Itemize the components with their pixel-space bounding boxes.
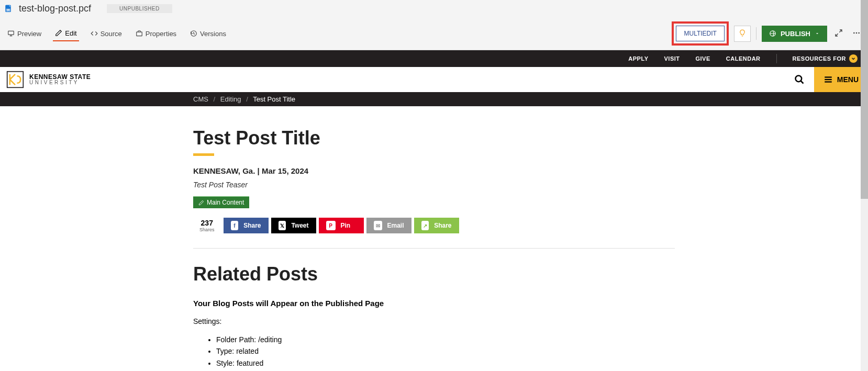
tab-edit-label: Edit xyxy=(65,29,76,37)
separator xyxy=(193,248,675,249)
nav-apply[interactable]: APPLY xyxy=(628,55,648,62)
share-fb-label: Share xyxy=(243,222,261,229)
svg-line-13 xyxy=(800,81,803,84)
settings-item: Style: featured xyxy=(216,357,675,369)
site-header: KENNESAW STATE UNIVERSITY MENU xyxy=(0,67,868,92)
post-teaser: Test Post Teaser xyxy=(193,181,675,189)
resources-for-label: RESOURCES FOR xyxy=(793,55,846,62)
svg-point-12 xyxy=(795,76,802,82)
post-date: Mar 15, 2024 xyxy=(262,166,308,175)
svg-text:PCF: PCF xyxy=(6,9,10,11)
brand[interactable]: KENNESAW STATE UNIVERSITY xyxy=(0,71,91,88)
tab-versions-label: Versions xyxy=(200,30,226,38)
publish-label: PUBLISH xyxy=(781,30,810,38)
meta-sep: | xyxy=(258,166,262,175)
search-button[interactable] xyxy=(785,67,814,92)
settings-item: Folder Path: /editing xyxy=(216,334,675,345)
edit-region-label: Main Content xyxy=(207,199,244,206)
monitor-icon xyxy=(7,30,15,37)
svg-point-10 xyxy=(858,32,860,33)
share-count: 237 Shares xyxy=(193,219,221,232)
file-name[interactable]: test-blog-post.pcf xyxy=(19,3,91,14)
x-icon: 𝕏 xyxy=(279,221,286,230)
brand-text: KENNESAW STATE UNIVERSITY xyxy=(29,74,91,85)
menu-label: MENU xyxy=(837,75,859,84)
share-tw-label: Tweet xyxy=(291,222,308,229)
edit-main-content-button[interactable]: Main Content xyxy=(193,196,249,208)
status-badge: UNPUBLISHED xyxy=(107,4,172,13)
hamburger-icon xyxy=(824,75,833,84)
search-icon xyxy=(794,74,805,85)
settings-item: Type: related xyxy=(216,345,675,357)
briefcase-icon xyxy=(136,30,143,37)
scrollbar-thumb[interactable] xyxy=(861,0,868,199)
expand-button[interactable] xyxy=(832,27,845,41)
publish-button[interactable]: PUBLISH xyxy=(762,26,827,42)
utility-nav: APPLY VISIT GIVE CALENDAR RESOURCES FOR xyxy=(0,50,868,67)
multiedit-button[interactable]: MULTIEDIT xyxy=(676,26,724,41)
title-underline xyxy=(193,153,214,156)
nav-resources-for[interactable]: RESOURCES FOR xyxy=(793,54,858,63)
crumb-sep: / xyxy=(246,95,248,103)
crumb-cms[interactable]: CMS xyxy=(193,95,208,103)
toolbar-right: MULTIEDIT PUBLISH xyxy=(672,21,863,46)
settings-item: Title: Related Posts xyxy=(216,369,675,371)
lightbulb-icon xyxy=(739,29,746,37)
pencil-icon xyxy=(198,200,204,206)
toolbar: Preview Edit Source Properties Versions … xyxy=(0,17,868,50)
post-meta: KENNESAW, Ga. | Mar 15, 2024 xyxy=(193,166,675,175)
share-twitter-button[interactable]: 𝕏 Tweet xyxy=(271,218,316,233)
post-location: KENNESAW, Ga. xyxy=(193,166,255,175)
pinterest-icon: P xyxy=(326,221,336,230)
tab-versions[interactable]: Versions xyxy=(188,27,228,41)
tab-edit[interactable]: Edit xyxy=(53,26,79,41)
settings-list: Folder Path: /editing Type: related Styl… xyxy=(193,334,675,371)
email-icon: ✉ xyxy=(374,221,382,230)
nav-give[interactable]: GIVE xyxy=(696,55,710,62)
page-preview: APPLY VISIT GIVE CALENDAR RESOURCES FOR … xyxy=(0,50,868,371)
tab-properties[interactable]: Properties xyxy=(133,27,179,41)
related-title: Related Posts xyxy=(193,263,675,285)
svg-point-8 xyxy=(853,32,855,33)
svg-rect-6 xyxy=(137,32,142,36)
code-icon xyxy=(91,30,98,37)
toolbar-left: Preview Edit Source Properties Versions xyxy=(5,26,228,41)
breadcrumb: CMS / Editing / Test Post Title xyxy=(0,92,868,106)
caret-down-icon xyxy=(815,31,820,36)
highlight-box: MULTIEDIT xyxy=(672,21,728,46)
post-title: Test Post Title xyxy=(193,127,675,149)
crumb-sep: / xyxy=(214,95,216,103)
share-count-number: 237 xyxy=(199,219,215,227)
share-generic-label: Share xyxy=(434,222,451,229)
svg-point-9 xyxy=(856,32,858,33)
nav-visit[interactable]: VISIT xyxy=(664,55,680,62)
settings-label: Settings: xyxy=(193,317,675,325)
toolbar-divider xyxy=(756,27,756,40)
expand-icon xyxy=(834,29,843,37)
svg-rect-3 xyxy=(8,31,14,35)
crumb-current: Test Post Title xyxy=(253,95,295,103)
share-icon: ↗ xyxy=(421,221,429,230)
tab-source-label: Source xyxy=(101,30,122,38)
menu-button[interactable]: MENU xyxy=(814,67,868,92)
filename-bar: PCF test-blog-post.pcf UNPUBLISHED xyxy=(0,0,868,17)
lightbulb-button[interactable] xyxy=(734,26,751,42)
nav-calendar[interactable]: CALENDAR xyxy=(726,55,761,62)
share-facebook-button[interactable]: f Share xyxy=(224,218,269,233)
tab-preview-label: Preview xyxy=(17,30,41,38)
scrollbar[interactable] xyxy=(861,0,868,371)
more-horizontal-icon xyxy=(852,29,861,37)
share-generic-button[interactable]: ↗ Share xyxy=(414,218,459,233)
publish-icon xyxy=(769,30,776,37)
crumb-editing[interactable]: Editing xyxy=(220,95,241,103)
share-email-button[interactable]: ✉ Email xyxy=(366,218,411,233)
facebook-icon: f xyxy=(231,221,239,230)
ksu-logo-icon xyxy=(6,71,24,88)
tab-preview[interactable]: Preview xyxy=(5,27,43,41)
file-pcf-icon: PCF xyxy=(4,4,14,14)
tab-source[interactable]: Source xyxy=(88,27,124,41)
pencil-icon xyxy=(55,29,62,37)
history-icon xyxy=(190,30,197,37)
related-subtitle: Your Blog Posts will Appear on the Publi… xyxy=(193,299,675,308)
share-pinterest-button[interactable]: P Pin xyxy=(319,218,364,233)
